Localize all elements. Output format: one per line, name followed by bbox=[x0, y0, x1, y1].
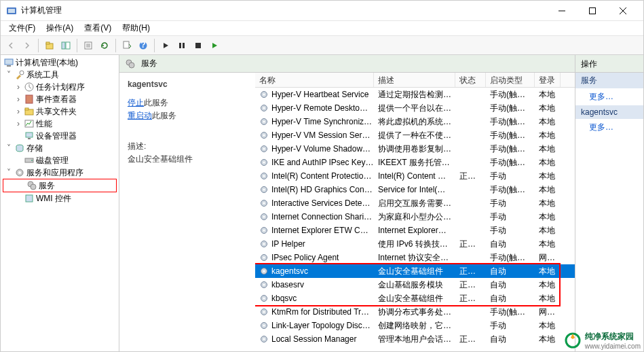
table-row[interactable]: Local Session Manager管理本地用户会话…正在…自动本地 bbox=[255, 332, 575, 346]
services-icon bbox=[26, 180, 37, 191]
cell-startup: 手动 bbox=[486, 211, 535, 223]
svg-point-59 bbox=[263, 216, 265, 218]
collapse-icon[interactable]: ˅ bbox=[5, 71, 13, 79]
table-row[interactable]: kbqsvc金山安全基础组件正在…自动本地 bbox=[255, 292, 575, 305]
minimize-button[interactable] bbox=[546, 1, 577, 20]
collapse-icon[interactable]: ˅ bbox=[5, 169, 13, 177]
cell-name: Internet Connection Shari… bbox=[255, 212, 374, 222]
tree-scheduler[interactable]: ›任务计划程序 bbox=[1, 81, 119, 93]
cell-name: kbasesrv bbox=[255, 280, 374, 289]
cell-logon: 本地 bbox=[535, 279, 561, 291]
tree-pane[interactable]: 计算机管理(本地) ˅ 系统工具 ›任务计划程序 ›事件查看器 ›共享文件夹 ›… bbox=[1, 55, 119, 351]
table-row[interactable]: Internet Explorer ETW C…Internet Explore… bbox=[255, 224, 575, 237]
action-section-services[interactable]: 服务 bbox=[575, 73, 643, 88]
tree-wmi[interactable]: WMI 控件 bbox=[1, 192, 119, 205]
export-button[interactable] bbox=[119, 38, 134, 53]
restart-link[interactable]: 重启动 bbox=[128, 111, 152, 120]
table-row[interactable]: Hyper-V Remote Deskto…提供一个平台以在…手动(触发…本地 bbox=[255, 101, 575, 115]
tree-systools[interactable]: ˅ 系统工具 bbox=[1, 69, 119, 81]
cell-desc: 启用交互服务需要… bbox=[374, 198, 455, 209]
restart-service-button[interactable] bbox=[207, 38, 222, 53]
separator bbox=[115, 39, 116, 52]
col-logon[interactable]: 登录 bbox=[535, 73, 561, 87]
stop-link[interactable]: 停止 bbox=[128, 98, 144, 107]
col-name[interactable]: 名称 bbox=[255, 73, 374, 87]
cell-name: Hyper-V Heartbeat Service bbox=[255, 90, 374, 99]
tree-services[interactable]: 服务 bbox=[3, 179, 116, 192]
tree-diskmgr[interactable]: 磁盘管理 bbox=[1, 154, 119, 166]
table-row[interactable]: Hyper-V Volume Shadow…协调使用卷影复制…手动(触发…本地 bbox=[255, 142, 575, 156]
tree-storage[interactable]: ˅存储 bbox=[1, 142, 119, 154]
cell-desc: 管理本地用户会话… bbox=[374, 334, 455, 345]
service-list[interactable]: 名称 描述 状态 启动类型 登录 Hyper-V Heartbeat Servi… bbox=[255, 73, 575, 351]
up-button[interactable] bbox=[42, 38, 57, 53]
table-row[interactable]: IPsec Policy AgentInternet 协议安全…手动(触发…网络… bbox=[255, 251, 575, 264]
table-row[interactable]: Internet Connection Shari…为家庭和小型办公…手动本地 bbox=[255, 210, 575, 224]
cell-desc: Intel(R) Content … bbox=[374, 171, 455, 181]
pause-service-button[interactable] bbox=[174, 38, 189, 53]
expand-icon[interactable]: › bbox=[14, 95, 22, 103]
table-row[interactable]: Hyper-V VM Session Ser…提供了一种在不使…手动(触发…本地 bbox=[255, 128, 575, 142]
svg-point-73 bbox=[263, 311, 265, 313]
start-service-button[interactable] bbox=[158, 38, 173, 53]
menu-action[interactable]: 操作(A) bbox=[41, 21, 79, 35]
table-row[interactable]: Interactive Services Dete…启用交互服务需要…手动本地 bbox=[255, 196, 575, 210]
cell-startup: 手动(触发… bbox=[486, 143, 535, 155]
properties-button[interactable] bbox=[81, 38, 96, 53]
action-more-2[interactable]: 更多… bbox=[575, 119, 643, 136]
tree-perf[interactable]: ›性能 bbox=[1, 118, 119, 130]
expand-icon[interactable]: › bbox=[14, 83, 22, 91]
table-row[interactable]: Intel(R) HD Graphics Con…Service for Int… bbox=[255, 183, 575, 196]
stop-service-button[interactable] bbox=[191, 38, 206, 53]
tree-eventvwr[interactable]: ›事件查看器 bbox=[1, 93, 119, 105]
list-header[interactable]: 名称 描述 状态 启动类型 登录 bbox=[255, 73, 575, 88]
cell-desc: 金山安全基础组件 bbox=[374, 266, 455, 277]
action-more-1[interactable]: 更多… bbox=[575, 88, 643, 105]
content-area: 计算机管理(本地) ˅ 系统工具 ›任务计划程序 ›事件查看器 ›共享文件夹 ›… bbox=[1, 55, 643, 351]
link-suffix: 此服务 bbox=[144, 98, 168, 107]
watermark-url: www.yidaimei.com bbox=[585, 342, 641, 350]
cell-name: kagentsvc bbox=[255, 266, 374, 276]
svg-point-49 bbox=[263, 148, 265, 150]
expand-icon[interactable]: › bbox=[14, 120, 22, 128]
table-row[interactable]: IKE and AuthIP IPsec Key…IKEEXT 服务托管…手动(… bbox=[255, 156, 575, 169]
app-icon bbox=[6, 5, 17, 16]
close-button[interactable] bbox=[607, 1, 638, 20]
svg-point-32 bbox=[31, 160, 33, 161]
forward-button[interactable] bbox=[20, 38, 35, 53]
watermark-brand: 纯净系统家园 bbox=[585, 332, 634, 341]
show-hide-button[interactable] bbox=[58, 38, 73, 53]
menu-view[interactable]: 查看(V) bbox=[79, 21, 117, 35]
menu-help[interactable]: 帮助(H) bbox=[117, 21, 155, 35]
cell-logon: 本地 bbox=[535, 320, 561, 332]
maximize-button[interactable] bbox=[577, 1, 607, 20]
refresh-button[interactable] bbox=[97, 38, 112, 53]
cell-status: 正在… bbox=[455, 239, 486, 250]
svg-point-55 bbox=[263, 189, 265, 191]
col-desc[interactable]: 描述 bbox=[374, 73, 455, 87]
cell-logon: 本地 bbox=[535, 211, 561, 223]
help-button[interactable]: ? bbox=[136, 38, 151, 53]
col-startup[interactable]: 启动类型 bbox=[486, 73, 535, 87]
list-body[interactable]: Hyper-V Heartbeat Service通过定期报告检测…手动(触发…… bbox=[255, 88, 575, 351]
action-section-selected[interactable]: kagentsvc bbox=[575, 105, 643, 119]
expand-icon[interactable]: › bbox=[14, 107, 22, 116]
table-row[interactable]: kagentsvc金山安全基础组件正在…自动本地 bbox=[255, 264, 575, 278]
table-row[interactable]: KtmRm for Distributed Tr…协调分布式事务处…手动(触发…… bbox=[255, 305, 575, 319]
table-row[interactable]: Hyper-V Heartbeat Service通过定期报告检测…手动(触发…… bbox=[255, 88, 575, 101]
table-row[interactable]: IP Helper使用 IPv6 转换技…正在…自动本地 bbox=[255, 237, 575, 251]
table-row[interactable]: Link-Layer Topology Disc…创建网络映射，它…手动本地 bbox=[255, 319, 575, 332]
table-row[interactable]: kbasesrv金山基础服务模块正在…自动本地 bbox=[255, 278, 575, 292]
table-row[interactable]: Intel(R) Content Protectio…Intel(R) Cont… bbox=[255, 169, 575, 183]
tree-svcapps[interactable]: ˅服务和应用程序 bbox=[1, 166, 119, 179]
window-title: 计算机管理 bbox=[21, 5, 546, 16]
tree-devmgr[interactable]: 设备管理器 bbox=[1, 130, 119, 142]
collapse-icon[interactable]: ˅ bbox=[5, 144, 13, 152]
col-status[interactable]: 状态 bbox=[455, 73, 486, 87]
menu-file[interactable]: 文件(F) bbox=[3, 21, 41, 35]
tree-root[interactable]: 计算机管理(本地) bbox=[1, 56, 119, 69]
desc-value: 金山安全基础组件 bbox=[128, 154, 247, 165]
table-row[interactable]: Hyper-V Time Synchroniz…将此虚拟机的系统…手动(触发…本… bbox=[255, 115, 575, 128]
tree-shared[interactable]: ›共享文件夹 bbox=[1, 105, 119, 118]
back-button[interactable] bbox=[3, 38, 18, 53]
